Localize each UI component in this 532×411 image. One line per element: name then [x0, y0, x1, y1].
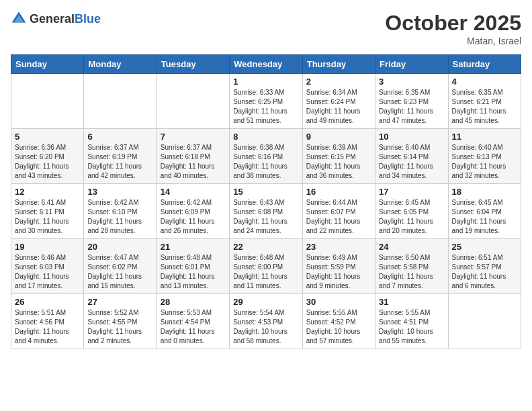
calendar-cell: 10Sunrise: 6:40 AM Sunset: 6:14 PM Dayli…	[375, 129, 448, 184]
day-info: Sunrise: 6:39 AM Sunset: 6:15 PM Dayligh…	[306, 143, 371, 181]
calendar-cell: 9Sunrise: 6:39 AM Sunset: 6:15 PM Daylig…	[302, 129, 375, 184]
day-number: 17	[379, 187, 444, 197]
calendar-cell: 2Sunrise: 6:34 AM Sunset: 6:24 PM Daylig…	[302, 74, 375, 129]
day-info: Sunrise: 6:38 AM Sunset: 6:16 PM Dayligh…	[233, 143, 298, 181]
calendar-cell: 25Sunrise: 6:51 AM Sunset: 5:57 PM Dayli…	[448, 239, 521, 294]
weekday-header-row: SundayMondayTuesdayWednesdayThursdayFrid…	[11, 55, 521, 74]
day-info: Sunrise: 6:42 AM Sunset: 6:09 PM Dayligh…	[161, 198, 226, 236]
calendar-cell: 30Sunrise: 5:55 AM Sunset: 4:52 PM Dayli…	[302, 294, 375, 349]
day-info: Sunrise: 6:42 AM Sunset: 6:10 PM Dayligh…	[87, 198, 152, 236]
day-number: 6	[87, 132, 152, 142]
day-info: Sunrise: 5:55 AM Sunset: 4:52 PM Dayligh…	[306, 308, 371, 346]
calendar-cell	[448, 294, 521, 349]
day-number: 5	[15, 132, 80, 142]
calendar-cell: 20Sunrise: 6:47 AM Sunset: 6:02 PM Dayli…	[84, 239, 157, 294]
calendar-week-row: 12Sunrise: 6:41 AM Sunset: 6:11 PM Dayli…	[11, 184, 521, 239]
day-info: Sunrise: 6:40 AM Sunset: 6:14 PM Dayligh…	[379, 143, 444, 181]
day-info: Sunrise: 6:44 AM Sunset: 6:07 PM Dayligh…	[306, 198, 371, 236]
day-number: 2	[306, 77, 371, 87]
weekday-header: Sunday	[11, 55, 84, 74]
day-number: 8	[233, 132, 298, 142]
calendar-cell: 7Sunrise: 6:37 AM Sunset: 6:18 PM Daylig…	[157, 129, 229, 184]
day-number: 28	[161, 297, 226, 307]
day-info: Sunrise: 6:49 AM Sunset: 5:59 PM Dayligh…	[306, 253, 371, 291]
page-header: GeneralBlue October 2025 Matan, Israel	[11, 11, 521, 46]
day-number: 14	[161, 187, 226, 197]
weekday-header: Saturday	[448, 55, 521, 74]
day-number: 11	[452, 132, 517, 142]
day-info: Sunrise: 6:41 AM Sunset: 6:11 PM Dayligh…	[15, 198, 80, 236]
calendar-cell: 29Sunrise: 5:54 AM Sunset: 4:53 PM Dayli…	[230, 294, 302, 349]
weekday-header: Tuesday	[157, 55, 229, 74]
calendar-table: SundayMondayTuesdayWednesdayThursdayFrid…	[11, 54, 521, 349]
day-number: 10	[379, 132, 444, 142]
day-info: Sunrise: 6:43 AM Sunset: 6:08 PM Dayligh…	[233, 198, 298, 236]
day-number: 1	[233, 77, 298, 87]
day-info: Sunrise: 5:55 AM Sunset: 4:51 PM Dayligh…	[379, 308, 444, 346]
calendar-cell: 26Sunrise: 5:51 AM Sunset: 4:56 PM Dayli…	[11, 294, 84, 349]
calendar-week-row: 19Sunrise: 6:46 AM Sunset: 6:03 PM Dayli…	[11, 239, 521, 294]
calendar-cell: 1Sunrise: 6:33 AM Sunset: 6:25 PM Daylig…	[230, 74, 302, 129]
day-info: Sunrise: 6:37 AM Sunset: 6:18 PM Dayligh…	[161, 143, 226, 181]
day-number: 9	[306, 132, 371, 142]
day-info: Sunrise: 6:45 AM Sunset: 6:04 PM Dayligh…	[452, 198, 517, 236]
calendar-cell: 19Sunrise: 6:46 AM Sunset: 6:03 PM Dayli…	[11, 239, 84, 294]
day-number: 25	[452, 242, 517, 252]
weekday-header: Friday	[375, 55, 448, 74]
calendar-cell: 12Sunrise: 6:41 AM Sunset: 6:11 PM Dayli…	[11, 184, 84, 239]
calendar-cell: 18Sunrise: 6:45 AM Sunset: 6:04 PM Dayli…	[448, 184, 521, 239]
day-info: Sunrise: 6:47 AM Sunset: 6:02 PM Dayligh…	[87, 253, 152, 291]
month-title: October 2025	[385, 11, 521, 36]
weekday-header: Thursday	[302, 55, 375, 74]
calendar-cell: 11Sunrise: 6:40 AM Sunset: 6:13 PM Dayli…	[448, 129, 521, 184]
day-info: Sunrise: 6:51 AM Sunset: 5:57 PM Dayligh…	[452, 253, 517, 291]
day-info: Sunrise: 6:35 AM Sunset: 6:21 PM Dayligh…	[452, 88, 517, 126]
day-number: 24	[379, 242, 444, 252]
logo-icon	[11, 11, 27, 27]
day-info: Sunrise: 6:35 AM Sunset: 6:23 PM Dayligh…	[379, 88, 444, 126]
calendar-cell: 8Sunrise: 6:38 AM Sunset: 6:16 PM Daylig…	[230, 129, 302, 184]
day-number: 15	[233, 187, 298, 197]
day-info: Sunrise: 6:36 AM Sunset: 6:20 PM Dayligh…	[15, 143, 80, 181]
day-number: 13	[87, 187, 152, 197]
calendar-cell: 6Sunrise: 6:37 AM Sunset: 6:19 PM Daylig…	[84, 129, 157, 184]
day-number: 18	[452, 187, 517, 197]
calendar-cell: 21Sunrise: 6:48 AM Sunset: 6:01 PM Dayli…	[157, 239, 229, 294]
day-number: 27	[87, 297, 152, 307]
calendar-cell: 17Sunrise: 6:45 AM Sunset: 6:05 PM Dayli…	[375, 184, 448, 239]
day-info: Sunrise: 5:53 AM Sunset: 4:54 PM Dayligh…	[161, 308, 226, 346]
day-number: 7	[161, 132, 226, 142]
calendar-cell	[11, 74, 84, 129]
day-number: 12	[15, 187, 80, 197]
day-info: Sunrise: 6:46 AM Sunset: 6:03 PM Dayligh…	[15, 253, 80, 291]
calendar-cell: 14Sunrise: 6:42 AM Sunset: 6:09 PM Dayli…	[157, 184, 229, 239]
day-number: 16	[306, 187, 371, 197]
day-info: Sunrise: 6:34 AM Sunset: 6:24 PM Dayligh…	[306, 88, 371, 126]
calendar-cell: 13Sunrise: 6:42 AM Sunset: 6:10 PM Dayli…	[84, 184, 157, 239]
day-info: Sunrise: 6:48 AM Sunset: 6:01 PM Dayligh…	[161, 253, 226, 291]
logo-blue-text: Blue	[75, 12, 101, 26]
day-number: 29	[233, 297, 298, 307]
calendar-week-row: 26Sunrise: 5:51 AM Sunset: 4:56 PM Dayli…	[11, 294, 521, 349]
calendar-cell: 3Sunrise: 6:35 AM Sunset: 6:23 PM Daylig…	[375, 74, 448, 129]
logo: GeneralBlue	[11, 11, 101, 27]
calendar-cell: 15Sunrise: 6:43 AM Sunset: 6:08 PM Dayli…	[230, 184, 302, 239]
day-info: Sunrise: 6:37 AM Sunset: 6:19 PM Dayligh…	[87, 143, 152, 181]
calendar-cell: 24Sunrise: 6:50 AM Sunset: 5:58 PM Dayli…	[375, 239, 448, 294]
calendar-cell: 16Sunrise: 6:44 AM Sunset: 6:07 PM Dayli…	[302, 184, 375, 239]
day-info: Sunrise: 6:40 AM Sunset: 6:13 PM Dayligh…	[452, 143, 517, 181]
location: Matan, Israel	[385, 36, 521, 46]
day-info: Sunrise: 5:54 AM Sunset: 4:53 PM Dayligh…	[233, 308, 298, 346]
day-number: 19	[15, 242, 80, 252]
calendar-week-row: 1Sunrise: 6:33 AM Sunset: 6:25 PM Daylig…	[11, 74, 521, 129]
calendar-cell: 5Sunrise: 6:36 AM Sunset: 6:20 PM Daylig…	[11, 129, 84, 184]
day-number: 3	[379, 77, 444, 87]
day-info: Sunrise: 5:52 AM Sunset: 4:55 PM Dayligh…	[87, 308, 152, 346]
day-number: 20	[87, 242, 152, 252]
day-info: Sunrise: 6:33 AM Sunset: 6:25 PM Dayligh…	[233, 88, 298, 126]
calendar-cell: 4Sunrise: 6:35 AM Sunset: 6:21 PM Daylig…	[448, 74, 521, 129]
day-info: Sunrise: 6:45 AM Sunset: 6:05 PM Dayligh…	[379, 198, 444, 236]
weekday-header: Wednesday	[230, 55, 302, 74]
day-info: Sunrise: 5:51 AM Sunset: 4:56 PM Dayligh…	[15, 308, 80, 346]
day-info: Sunrise: 6:48 AM Sunset: 6:00 PM Dayligh…	[233, 253, 298, 291]
